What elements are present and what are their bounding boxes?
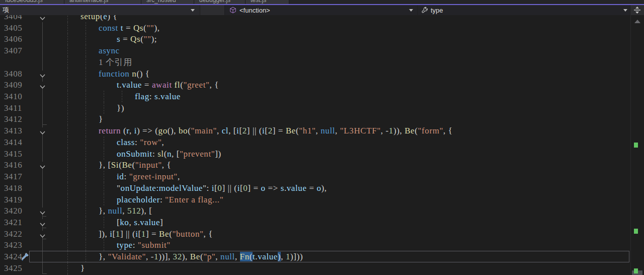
document-tab[interactable]: debugger.js bbox=[194, 0, 246, 4]
indent-guide bbox=[67, 205, 68, 217]
member-dropdown[interactable]: type bbox=[418, 5, 630, 15]
code-text[interactable]: type: "submit" bbox=[117, 239, 171, 251]
code-line[interactable]: 3419placeholder: "Enter a flag..." bbox=[0, 194, 630, 205]
line-number: 3409 bbox=[4, 79, 22, 91]
fold-chevron-icon[interactable] bbox=[39, 231, 46, 237]
code-text[interactable]: flag: s.value bbox=[135, 91, 181, 102]
split-window-icon bbox=[633, 6, 641, 14]
code-text[interactable]: } bbox=[80, 262, 85, 274]
code-text[interactable]: async bbox=[99, 45, 120, 56]
tab-label: debugger.js bbox=[199, 0, 230, 4]
code-line[interactable]: 3424}, "Validate", -1))], 32), Be("p", n… bbox=[0, 251, 630, 262]
code-text[interactable]: } bbox=[99, 113, 103, 125]
code-line[interactable]: 3407async bbox=[0, 45, 630, 56]
indent-guide bbox=[67, 22, 68, 34]
tab-label: src_hosted bbox=[146, 0, 176, 4]
indent-guide bbox=[67, 102, 68, 114]
fold-end-tick bbox=[42, 239, 46, 239]
code-text[interactable]: }, "Validate", -1))], 32), Be("p", null,… bbox=[99, 251, 303, 262]
document-tab[interactable]: fdce3e0dd3.js bbox=[0, 0, 64, 4]
code-editor[interactable]: 3404setup(e) {3405const t = Qs(""),3406s… bbox=[0, 15, 630, 275]
code-line[interactable]: 3404setup(e) { bbox=[0, 15, 630, 22]
function-dropdown[interactable]: <function> bbox=[225, 5, 418, 15]
code-text[interactable]: s = Qs(""); bbox=[117, 33, 157, 45]
indent-guide bbox=[104, 171, 104, 182]
code-line[interactable]: 3415onSubmit: sl(n, ["prevent"]) bbox=[0, 148, 630, 160]
line-number: 3421 bbox=[4, 217, 22, 228]
code-line[interactable]: 3421[ko, s.value] bbox=[0, 217, 630, 228]
line-number: 3425 bbox=[4, 262, 22, 274]
code-line[interactable]: 3409t.value = await fl("greet", { bbox=[0, 79, 630, 91]
indent-guide bbox=[67, 56, 68, 68]
scrollbar-up-arrow-icon[interactable] bbox=[634, 20, 640, 23]
fold-end-tick bbox=[42, 216, 46, 217]
indent-guide bbox=[86, 68, 86, 80]
fold-chevron-icon[interactable] bbox=[39, 71, 46, 77]
code-text[interactable]: ]), i[1] || (i[1] = Be("button", { bbox=[99, 228, 213, 240]
code-line[interactable]: 3420}, null, 512), [ bbox=[0, 205, 630, 217]
code-line[interactable]: 3423type: "submit" bbox=[0, 239, 630, 251]
codelens-reference-link[interactable]: 1 个引用 bbox=[99, 56, 132, 68]
code-text[interactable]: function n() { bbox=[99, 68, 150, 80]
fold-chevron-icon[interactable] bbox=[39, 15, 46, 20]
code-line[interactable]: 3418"onUpdate:modelValue": i[0] || (i[0]… bbox=[0, 182, 630, 194]
indent-guide bbox=[104, 182, 104, 194]
fold-chevron-icon[interactable] bbox=[39, 208, 46, 214]
code-text[interactable]: }, null, 512), [ bbox=[99, 205, 152, 217]
code-text[interactable]: }) bbox=[117, 102, 124, 114]
indent-guide bbox=[86, 113, 86, 125]
code-text[interactable]: return (r, i) => (go(), bo("main", cl, [… bbox=[99, 125, 453, 136]
line-number: 3405 bbox=[4, 22, 22, 34]
editor-scrollbar[interactable] bbox=[630, 15, 644, 275]
code-text[interactable]: [ko, s.value] bbox=[117, 217, 163, 228]
code-text[interactable]: class: "row", bbox=[117, 136, 164, 148]
code-text[interactable]: id: "greet-input", bbox=[117, 171, 180, 182]
code-line[interactable]: 3405const t = Qs(""), bbox=[0, 22, 630, 34]
code-line[interactable]: 3408function n() { bbox=[0, 68, 630, 80]
code-text[interactable]: t.value = await fl("greet", { bbox=[117, 79, 219, 91]
navigation-bar: 项 <function> type bbox=[0, 5, 644, 15]
nav-spacer bbox=[200, 5, 225, 15]
scrollbar-change-marker bbox=[634, 229, 638, 234]
document-tab[interactable]: src_hosted bbox=[141, 0, 194, 4]
code-text[interactable]: }, [Si(Be("input", { bbox=[99, 159, 171, 171]
code-line[interactable]: 3411}) bbox=[0, 102, 630, 114]
indent-guide bbox=[86, 217, 86, 228]
indent-guide bbox=[67, 159, 68, 171]
scope-dropdown[interactable]: 项 bbox=[0, 5, 200, 15]
code-text[interactable]: const t = Qs(""), bbox=[99, 22, 160, 34]
indent-guide bbox=[67, 15, 68, 22]
code-line[interactable]: 3422]), i[1] || (i[1] = Be("button", { bbox=[0, 228, 630, 240]
fold-chevron-icon[interactable] bbox=[39, 162, 46, 168]
line-number: 3417 bbox=[4, 171, 22, 182]
indent-guide bbox=[86, 159, 86, 171]
code-text[interactable]: setup(e) { bbox=[80, 15, 117, 22]
code-text[interactable]: "onUpdate:modelValue": i[0] || (i[0] = o… bbox=[117, 182, 327, 194]
code-text[interactable]: placeholder: "Enter a flag..." bbox=[117, 194, 223, 205]
code-line[interactable]: 3406s = Qs(""); bbox=[0, 33, 630, 45]
indent-guide bbox=[67, 125, 68, 136]
codelens-row: 1 个引用 bbox=[0, 56, 630, 68]
code-line[interactable]: 3410flag: s.value bbox=[0, 91, 630, 102]
document-tab[interactable]: antiinterface.js bbox=[64, 0, 141, 4]
indent-guide bbox=[104, 239, 104, 251]
code-line[interactable]: 3414class: "row", bbox=[0, 136, 630, 148]
line-number: 3404 bbox=[4, 15, 22, 22]
split-window-button[interactable] bbox=[630, 5, 644, 15]
line-number: 3411 bbox=[4, 102, 22, 114]
code-line[interactable]: 3412} bbox=[0, 113, 630, 125]
fold-chevron-icon[interactable] bbox=[39, 82, 46, 88]
code-line[interactable]: 3413return (r, i) => (go(), bo("main", c… bbox=[0, 125, 630, 136]
fold-chevron-icon[interactable] bbox=[39, 127, 46, 134]
line-number: 3408 bbox=[4, 68, 22, 80]
document-tab[interactable]: test.js bbox=[246, 0, 289, 4]
indent-guide bbox=[86, 239, 86, 251]
line-number: 3406 bbox=[4, 33, 22, 45]
indent-guide bbox=[104, 102, 104, 114]
indent-guide bbox=[86, 56, 86, 68]
code-line[interactable]: 3416}, [Si(Be("input", { bbox=[0, 159, 630, 171]
code-line[interactable]: 3417id: "greet-input", bbox=[0, 171, 630, 182]
code-line[interactable]: 3425} bbox=[0, 262, 630, 274]
fold-chevron-icon[interactable] bbox=[39, 219, 46, 226]
code-text[interactable]: onSubmit: sl(n, ["prevent"]) bbox=[117, 148, 221, 160]
